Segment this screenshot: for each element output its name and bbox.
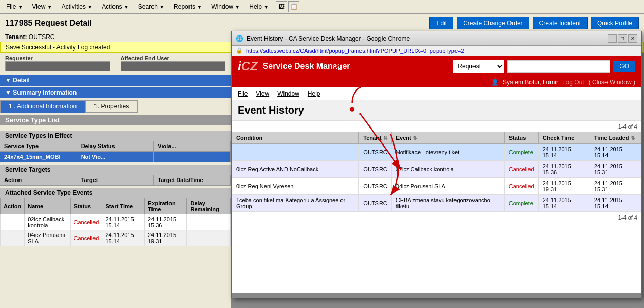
quick-profile-button[interactable]: Quick Profile: [591, 17, 639, 29]
section-summary[interactable]: Summary Information: [0, 87, 231, 98]
eh-check-time-cell: 24.11.2015 15.36: [538, 161, 590, 178]
col-service-type: Service Type: [0, 141, 77, 151]
table-row[interactable]: 02icz Callback kontrola Cancelled 24.11.…: [1, 214, 231, 230]
menu-help[interactable]: Help ▼: [245, 2, 273, 11]
col-target: Target: [77, 175, 154, 185]
service-type-data-row[interactable]: 24x7x4_15min_MOBI Not Vio...: [0, 152, 231, 162]
search-type-select[interactable]: Request: [453, 60, 504, 73]
logout-link[interactable]: Log Out: [562, 79, 584, 86]
logo-i: i: [238, 59, 241, 73]
service-type-name: 24x7x4_15min_MOBI: [0, 152, 77, 162]
col-event-action: Action: [1, 198, 25, 214]
eh-check-time-cell: 24.11.2015 15.14: [538, 144, 590, 161]
logo-cz: CZ: [241, 59, 258, 73]
event-history-container: Event History 1-4 of 4 Condition Tenant …: [232, 100, 641, 293]
event-name-cell: 04icz Poruseni SLA: [25, 230, 70, 246]
pagination-top: 1-4 of 4: [232, 121, 641, 132]
pagination-bottom: 1-4 of 4: [232, 212, 641, 223]
icon-image1[interactable]: 🖼: [276, 1, 287, 12]
popup-menu-window[interactable]: Window: [275, 89, 301, 98]
tab-properties[interactable]: 1. Properties: [85, 100, 138, 113]
icon-image2[interactable]: 📋: [288, 1, 299, 12]
col-event-status: Status: [70, 198, 102, 214]
popup-close-button[interactable]: ✕: [628, 34, 637, 43]
col-event: Event ⇅: [391, 132, 504, 144]
popup-menu-file[interactable]: File: [236, 89, 250, 98]
left-panel: Requester Affected End User Detail Summa…: [0, 53, 231, 308]
eh-time-loaded-cell: 24.11.2015 15.14: [590, 144, 641, 161]
event-action-cell: [1, 214, 25, 230]
col-status: Status: [504, 132, 538, 144]
popup-menu-help[interactable]: Help: [306, 89, 323, 98]
menu-activities[interactable]: Activities ▼: [58, 2, 97, 11]
popup-minimize-button[interactable]: –: [608, 34, 617, 43]
list-item[interactable]: OUTSRC Notifikace - otevreny tiket Compl…: [232, 144, 641, 161]
popup-titlebar: 🌐 Event History - CA Service Desk Manage…: [232, 31, 641, 46]
table-row[interactable]: 04icz Poruseni SLA Cancelled 24.11.2015 …: [1, 230, 231, 246]
eh-tenant-cell: OUTSRC: [359, 144, 391, 161]
event-delay-cell: [187, 214, 231, 230]
close-window-link[interactable]: ( Close Window ): [589, 79, 635, 86]
create-incident-button[interactable]: Create Incident: [533, 17, 588, 29]
event-expiration-cell: 24.11.2015 19.31: [144, 230, 186, 246]
col-action: Action: [0, 175, 77, 185]
main-application: File ▼ View ▼ Activities ▼ Actions ▼ Sea…: [0, 0, 644, 308]
app-header: 117985 Request Detail Edit Create Change…: [0, 14, 644, 32]
menu-reports[interactable]: Reports ▼: [169, 2, 206, 11]
service-types-in-effect-header: Service Types In Effect: [0, 131, 231, 141]
col-event-start: Start Time: [102, 198, 144, 214]
create-change-order-button[interactable]: Create Change Order: [457, 17, 529, 29]
col-delay-status: Delay Status: [77, 141, 154, 151]
success-message: Save Successful - Activity Log created: [6, 44, 110, 51]
eh-check-time-cell: 24.11.2015 15.14: [538, 195, 590, 212]
section-detail[interactable]: Detail: [0, 75, 231, 86]
menu-actions[interactable]: Actions ▼: [98, 2, 133, 11]
event-status-cell: Cancelled: [70, 214, 102, 230]
requester-label: Requester: [5, 55, 110, 61]
event-expiration-cell: 24.11.2015 15.36: [144, 214, 186, 230]
menu-search[interactable]: Search ▼: [134, 2, 168, 11]
tenant-sort-icon[interactable]: ⇅: [383, 135, 387, 141]
popup-maximize-button[interactable]: □: [618, 34, 627, 43]
menu-view[interactable]: View ▼: [28, 2, 56, 11]
requester-value: [5, 61, 110, 71]
eh-time-loaded-cell: 24.11.2015 15.31: [590, 161, 641, 178]
menu-file[interactable]: File ▼: [2, 2, 27, 11]
event-sort-icon[interactable]: ⇅: [413, 135, 417, 141]
col-tenant: Tenant ⇅: [359, 132, 391, 144]
popup-menu: File View Window Help: [232, 87, 641, 100]
col-condition: Condition: [232, 132, 359, 144]
service-targets-header: Service Targets: [0, 165, 231, 175]
popup-window: 🌐 Event History - CA Service Desk Manage…: [231, 31, 642, 298]
tenant-value: OUTSRC: [29, 33, 55, 41]
event-start-cell: 24.11.2015 15.14: [102, 230, 144, 246]
list-item[interactable]: 1ceba con tiket ma Kategoriu a Assignee …: [232, 195, 641, 212]
form-row-users: Requester Affected End User: [0, 53, 231, 74]
affected-end-user-label: Affected End User: [121, 55, 226, 61]
list-item[interactable]: 0icz Req Active AND NoCallback OUTSRC 02…: [232, 161, 641, 178]
go-button[interactable]: GO: [613, 61, 635, 72]
list-item[interactable]: 0icz Req Neni Vyresen OUTSRC 04icz Porus…: [232, 178, 641, 195]
search-input[interactable]: [507, 60, 610, 73]
col-check-time: Check Time: [538, 132, 590, 144]
eh-status-cell: Complete: [504, 144, 538, 161]
attached-events-header-row: Action Name Status Start Time Expiration…: [1, 198, 231, 214]
edit-button[interactable]: Edit: [429, 17, 453, 29]
url-text[interactable]: https://sdtestweb.i.cz/CAisd/html/popup_…: [246, 48, 464, 54]
lock-icon: 🔒: [236, 47, 243, 54]
tab-additional-info[interactable]: 1 . Additional Information: [0, 100, 85, 113]
attached-events-header: Attached Service Type Events: [0, 188, 231, 198]
time-loaded-sort-icon[interactable]: ⇅: [631, 135, 635, 141]
event-name-cell: 02icz Callback kontrola: [25, 214, 70, 230]
menu-bar: File ▼ View ▼ Activities ▼ Actions ▼ Sea…: [0, 0, 644, 14]
eh-time-loaded-cell: 24.11.2015 15.31: [590, 178, 641, 195]
popup-menu-view[interactable]: View: [254, 89, 271, 98]
popup-content: iCZ Service Desk Manager Request GO 👤 Sy…: [232, 56, 641, 293]
icz-logo: iCZ: [238, 59, 258, 74]
event-action-cell: [1, 230, 25, 246]
menu-window[interactable]: Window ▼: [207, 2, 244, 11]
service-targets-table-header: Action Target Target Date/Time: [0, 175, 231, 186]
eh-status-cell: Cancelled: [504, 178, 538, 195]
col-event-delay: Delay Remaining: [187, 198, 231, 214]
icz-header: iCZ Service Desk Manager Request GO: [232, 56, 641, 77]
